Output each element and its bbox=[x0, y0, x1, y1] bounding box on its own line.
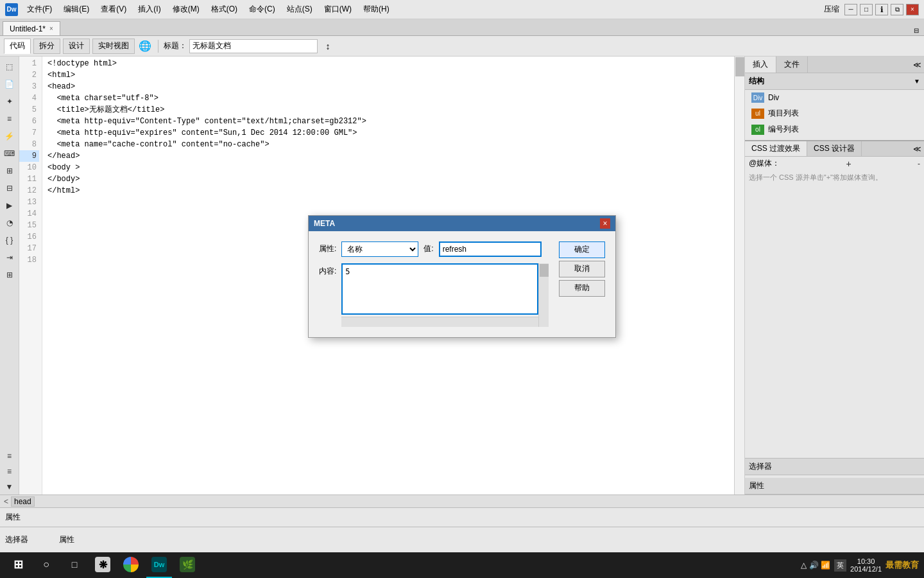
sidebar-behavior-icon[interactable]: ▶ bbox=[2, 198, 17, 213]
sidebar-snippet-icon[interactable]: { } bbox=[2, 232, 17, 248]
earth-icon[interactable]: 🌐 bbox=[137, 39, 153, 54]
sidebar-history-icon[interactable]: ◔ bbox=[2, 215, 17, 231]
menu-edit[interactable]: 编辑(E) bbox=[58, 3, 94, 16]
taskbar-right: △ 🔊 📶 英 10:30 2014/12/1 最需教育 bbox=[801, 557, 919, 573]
taskbar: ⊞ ○ □ ❋ Dw 🌿 △ 🔊 📶 英 10:30 2014/12/1 最需教… bbox=[0, 552, 924, 578]
right-panel-collapse[interactable]: ≪ bbox=[913, 60, 921, 69]
div-icon: Div bbox=[751, 92, 764, 103]
sidebar-expand2-icon[interactable]: ≡ bbox=[2, 464, 17, 479]
structure-header: 结构 ▼ bbox=[745, 73, 924, 90]
info-button[interactable]: ℹ bbox=[875, 4, 888, 15]
minimize-button[interactable]: ─ bbox=[844, 4, 857, 15]
live-view-button[interactable]: 实时视图 bbox=[92, 39, 135, 54]
sidebar-assets-icon[interactable]: ✦ bbox=[2, 94, 17, 109]
taskbar-lang[interactable]: 英 bbox=[834, 559, 846, 572]
sidebar-code-icon[interactable]: ⌨ bbox=[2, 146, 17, 161]
menu-site[interactable]: 站点(S) bbox=[282, 3, 318, 16]
left-sidebar: ⬚ 📄 ✦ ≡ ⚡ ⌨ ⊞ ⊟ ▶ ◔ { } ⇥ ⊞ ≡ ≡ ▼ bbox=[0, 57, 19, 495]
title-bar-left: Dw 文件(F) 编辑(E) 查看(V) 插入(I) 修改(M) 格式(O) 命… bbox=[5, 3, 395, 16]
sidebar-css-icon[interactable]: ≡ bbox=[2, 111, 17, 127]
ok-button[interactable]: 确定 bbox=[559, 241, 605, 258]
sidebar-insert-icon[interactable]: ⬚ bbox=[2, 59, 17, 74]
insert-tab[interactable]: 插入 bbox=[745, 57, 776, 73]
meta-dialog: META × 属性: 名称 值: 内容: bbox=[308, 215, 616, 338]
dialog-close-button[interactable]: × bbox=[600, 218, 610, 229]
vertical-scrollbar[interactable] bbox=[734, 57, 744, 495]
sidebar-output-icon[interactable]: ⇥ bbox=[2, 250, 17, 265]
css-transition-tab[interactable]: CSS 过渡效果 bbox=[745, 141, 807, 156]
selector-panel-label: 选择器 bbox=[749, 461, 772, 472]
menu-view[interactable]: 查看(V) bbox=[96, 3, 132, 16]
restore-button[interactable]: ⧉ bbox=[891, 4, 903, 15]
taskbar-task-view[interactable]: □ bbox=[62, 552, 87, 578]
taskbar-chrome[interactable] bbox=[118, 552, 144, 578]
textarea-scrollbar-v[interactable] bbox=[538, 263, 549, 327]
tab-close-button[interactable]: × bbox=[49, 25, 53, 32]
clock-time: 10:30 bbox=[850, 557, 882, 565]
div-label: Div bbox=[768, 93, 779, 102]
properties-bar: 属性 bbox=[0, 507, 924, 527]
textarea-scrollbar-h[interactable] bbox=[341, 317, 549, 327]
val-label: 值: bbox=[424, 243, 433, 254]
bottom-selector-label: 选择器 bbox=[5, 534, 28, 545]
dialog-form: 属性: 名称 值: 内容: bbox=[319, 241, 549, 327]
structure-collapse-icon[interactable]: ▼ bbox=[914, 78, 920, 85]
panel-toggle-button[interactable]: ⊟ bbox=[911, 25, 921, 35]
ol-icon: ol bbox=[751, 125, 764, 135]
sidebar-expand-icon[interactable]: ≡ bbox=[2, 448, 17, 464]
menu-insert[interactable]: 插入(I) bbox=[133, 3, 166, 16]
remove-media-button[interactable]: - bbox=[918, 159, 920, 168]
menu-file[interactable]: 文件(F) bbox=[22, 3, 57, 16]
css-selector-label: @媒体： bbox=[749, 158, 780, 169]
help-button[interactable]: 帮助 bbox=[559, 280, 605, 297]
separator-1 bbox=[158, 40, 158, 53]
close-button[interactable]: × bbox=[906, 4, 919, 15]
menu-command[interactable]: 命令(C) bbox=[244, 3, 280, 16]
split-view-button[interactable]: 拆分 bbox=[33, 39, 60, 54]
structure-div-item[interactable]: Div Div bbox=[745, 90, 924, 105]
add-media-button[interactable]: + bbox=[846, 159, 851, 169]
maximize-button[interactable]: □ bbox=[860, 4, 873, 15]
css-designer-tab[interactable]: CSS 设计器 bbox=[807, 141, 862, 156]
taskbar-start-button[interactable]: ⊞ bbox=[5, 552, 31, 578]
content-textarea[interactable] bbox=[341, 263, 538, 315]
menu-format[interactable]: 格式(O) bbox=[206, 3, 243, 16]
file-tab-right[interactable]: 文件 bbox=[776, 57, 808, 73]
taskbar-other-app[interactable]: 🌿 bbox=[175, 552, 200, 578]
content-textarea-wrapper bbox=[341, 263, 549, 327]
title-input[interactable] bbox=[189, 39, 318, 53]
css-panel-collapse[interactable]: ≪ bbox=[913, 144, 921, 153]
structure-ol-item[interactable]: ol 编号列表 bbox=[745, 121, 924, 137]
ol-label: 编号列表 bbox=[768, 124, 799, 135]
dreamweaver-icon: Dw bbox=[151, 557, 167, 572]
tag-bar: < head bbox=[0, 495, 924, 507]
menu-window[interactable]: 窗口(W) bbox=[319, 3, 357, 16]
task-view-icon: □ bbox=[67, 557, 82, 572]
structure-ul-item[interactable]: ul 项目列表 bbox=[745, 105, 924, 121]
window-controls: 压缩 ─ □ ℹ ⧉ × bbox=[824, 4, 919, 15]
file-tab[interactable]: Untitled-1* × bbox=[3, 21, 60, 35]
code-view-button[interactable]: 代码 bbox=[4, 39, 31, 54]
val-input[interactable] bbox=[439, 241, 542, 257]
sidebar-data-icon[interactable]: ⊟ bbox=[2, 180, 17, 196]
right-panel-tabs: 插入 文件 ≪ bbox=[745, 57, 924, 73]
sidebar-search-icon[interactable]: ⊞ bbox=[2, 163, 17, 179]
design-view-button[interactable]: 设计 bbox=[63, 39, 90, 54]
head-tag[interactable]: head bbox=[11, 496, 35, 507]
sidebar-expand3-icon[interactable]: ▼ bbox=[2, 479, 17, 495]
bottom-attr-label: 属性 bbox=[59, 534, 74, 545]
sidebar-prop-icon[interactable]: ⊞ bbox=[2, 267, 17, 283]
taskbar-search-button[interactable]: ○ bbox=[33, 552, 59, 578]
taskbar-dreamweaver[interactable]: Dw bbox=[146, 552, 172, 578]
props-label: 属性 bbox=[5, 512, 21, 523]
sidebar-jquery-icon[interactable]: ⚡ bbox=[2, 128, 17, 144]
cancel-button[interactable]: 取消 bbox=[559, 261, 605, 277]
refresh-icon[interactable]: ↕ bbox=[320, 39, 336, 54]
dialog-body: 属性: 名称 值: 内容: bbox=[309, 231, 615, 337]
taskbar-fan-app[interactable]: ❋ bbox=[90, 552, 116, 578]
dw-logo: Dw bbox=[5, 3, 18, 16]
sidebar-file-icon[interactable]: 📄 bbox=[2, 76, 17, 92]
attr-select[interactable]: 名称 bbox=[341, 241, 418, 257]
menu-help[interactable]: 帮助(H) bbox=[358, 3, 395, 16]
menu-modify[interactable]: 修改(M) bbox=[167, 3, 205, 16]
